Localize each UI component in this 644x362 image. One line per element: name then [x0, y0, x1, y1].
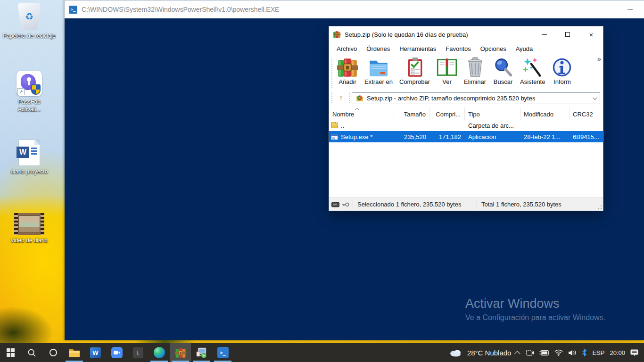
resize-grip[interactable]	[597, 205, 602, 210]
view-button[interactable]: Ver	[433, 57, 461, 86]
video-camera-icon	[111, 347, 123, 358]
clock[interactable]: 20:00	[610, 349, 625, 356]
taskbar-l-app[interactable]: L	[127, 343, 149, 362]
edge-icon	[154, 347, 165, 358]
weather-text[interactable]: 28°C Nublado	[467, 349, 512, 357]
taskbar: W L	[0, 343, 644, 362]
chevron-down-icon[interactable]	[593, 95, 597, 100]
desktop-icon-label: Papelera de reciclaje	[3, 33, 56, 40]
info-icon	[552, 57, 572, 78]
wifi-icon[interactable]	[554, 349, 563, 356]
taskbar-zoom-app[interactable]	[106, 343, 127, 362]
column-header-nombre[interactable]: Nombre	[329, 107, 394, 120]
desktop-icon-label: PassFab Activati...	[9, 99, 50, 113]
winrar-titlebar[interactable]: Setup.zip (Solo le quedan 16 días de pru…	[329, 26, 603, 42]
menu-archivo[interactable]: Archivo	[332, 45, 362, 52]
taskbar-word[interactable]: W	[85, 343, 106, 362]
minimize-button[interactable]	[623, 0, 637, 18]
language-indicator[interactable]: ESP	[592, 349, 604, 356]
desktop-icon-label: video de diario	[11, 237, 48, 245]
cortana-button[interactable]	[42, 343, 64, 362]
start-button[interactable]	[0, 343, 21, 362]
taskbar-edge[interactable]	[149, 343, 170, 362]
winrar-window: Setup.zip (Solo le quedan 16 días de pru…	[329, 26, 603, 211]
combo-grip[interactable]	[349, 92, 350, 104]
meet-now-icon[interactable]	[526, 349, 534, 356]
delete-button[interactable]: Eliminar	[461, 57, 489, 86]
word-document-icon: W	[18, 140, 40, 166]
column-header-tamano[interactable]: Tamaño	[394, 107, 430, 120]
wizard-button[interactable]: Asistente	[517, 57, 548, 86]
table-row-parent-dir[interactable]: .. Carpeta de arc...	[329, 120, 603, 131]
toolbar-grip[interactable]	[331, 58, 332, 89]
menu-opciones[interactable]: Opciones	[476, 45, 511, 52]
winrar-app-icon	[333, 31, 341, 38]
menu-herramientas[interactable]: Herramientas	[395, 45, 441, 52]
weather-cloud-icon[interactable]	[449, 348, 462, 357]
menu-favoritos[interactable]: Favoritos	[441, 45, 475, 52]
application-icon	[331, 134, 338, 140]
winrar-statusbar: Seleccionado 1 fichero, 235,520 bytes To…	[329, 197, 603, 211]
status-total: Total 1 fichero, 235,520 bytes	[477, 201, 603, 208]
find-button[interactable]: Buscar	[489, 57, 517, 86]
shortcut-arrow-icon: ↗	[17, 88, 25, 95]
winrar-toolbar: Añadir Extraer en	[329, 55, 603, 90]
column-header-tipo[interactable]: Tipo	[465, 107, 520, 120]
winrar-books-icon	[337, 57, 358, 78]
table-row-setup-exe[interactable]: Setup.exe * 235,520 171,182 Aplicación 2…	[329, 131, 603, 142]
bluetooth-icon[interactable]	[582, 349, 587, 356]
show-hidden-icons-chevron[interactable]	[514, 351, 520, 357]
folder-extract-icon	[368, 57, 389, 78]
key-icon	[342, 202, 349, 207]
desktop-icon-passfab[interactable]: ↗ PassFab Activati...	[2, 71, 57, 113]
powershell-titlebar[interactable]: >_ C:\WINDOWS\System32\WindowsPowerShell…	[65, 0, 644, 18]
menu-ordenes[interactable]: Órdenes	[362, 45, 395, 52]
column-header-comprimido[interactable]: Compri...	[430, 107, 465, 120]
desktop-icon-recycle-bin[interactable]: ♻ Papelera de reciclaje	[2, 3, 57, 40]
taskbar-installer[interactable]	[191, 343, 212, 362]
powershell-window-title: C:\WINDOWS\System32\WindowsPowerShell\v1…	[82, 6, 279, 13]
volume-icon[interactable]	[568, 349, 577, 356]
cortana-icon	[50, 349, 57, 356]
desktop-icon-label: diario proyecto	[11, 168, 48, 176]
activate-windows-watermark: Activar Windows Ve a Configuración para …	[465, 296, 605, 322]
file-explorer-icon	[68, 348, 80, 358]
column-header-modificado[interactable]: Modificado	[520, 107, 570, 120]
taskbar-search-button[interactable]	[21, 343, 42, 362]
extract-button[interactable]: Extraer en	[361, 57, 396, 86]
winrar-window-title: Setup.zip (Solo le quedan 16 días de pru…	[345, 31, 468, 38]
status-selected: Seleccionado 1 fichero, 235,520 bytes	[353, 201, 477, 208]
desktop-icon-video-diario[interactable]: video de diario	[2, 213, 57, 245]
taskbar-powershell[interactable]: >_	[212, 343, 233, 362]
passfab-lock-icon: ↗	[17, 71, 42, 96]
magic-wand-icon	[522, 57, 543, 78]
winrar-icon	[175, 347, 186, 358]
taskbar-file-explorer[interactable]	[64, 343, 85, 362]
toolbar-overflow-chevron[interactable]: »	[597, 55, 601, 63]
column-headers: Nombre Tamaño Compri... Tipo Modificado …	[329, 107, 603, 120]
notification-center-icon[interactable]	[630, 349, 639, 356]
info-button[interactable]: Inform	[548, 57, 576, 86]
column-header-crc32[interactable]: CRC32	[570, 107, 603, 120]
installer-icon	[196, 347, 207, 358]
up-directory-button[interactable]: ↑	[334, 92, 348, 104]
screen: ♻ Papelera de reciclaje ↗ PassFab Activa…	[0, 0, 644, 362]
archive-path-combobox[interactable]: Setup.zip - archivo ZIP, tamaño descompr…	[352, 92, 600, 104]
powershell-icon: >_	[69, 6, 77, 14]
watermark-subtitle: Ve a Configuración para activar Windows.	[465, 313, 605, 322]
close-button[interactable]: ×	[579, 26, 603, 42]
desktop-icon-diario-proyecto[interactable]: W diario proyecto	[2, 140, 57, 176]
trash-icon	[465, 57, 486, 78]
open-book-icon	[437, 57, 457, 78]
add-button[interactable]: Añadir	[334, 57, 361, 86]
minimize-button[interactable]	[532, 26, 556, 42]
test-button[interactable]: Comprobar	[396, 57, 433, 86]
maximize-button[interactable]	[556, 26, 579, 42]
recycle-bin-icon: ♻	[18, 3, 41, 30]
l-app-icon: L	[133, 347, 143, 358]
winrar-address-row: ↑ Setup.zip - archivo ZIP, tamaño descom…	[329, 90, 603, 107]
address-grip[interactable]	[331, 92, 332, 104]
taskbar-winrar[interactable]	[170, 343, 191, 362]
battery-icon[interactable]	[539, 350, 549, 356]
menu-ayuda[interactable]: Ayuda	[511, 45, 538, 52]
